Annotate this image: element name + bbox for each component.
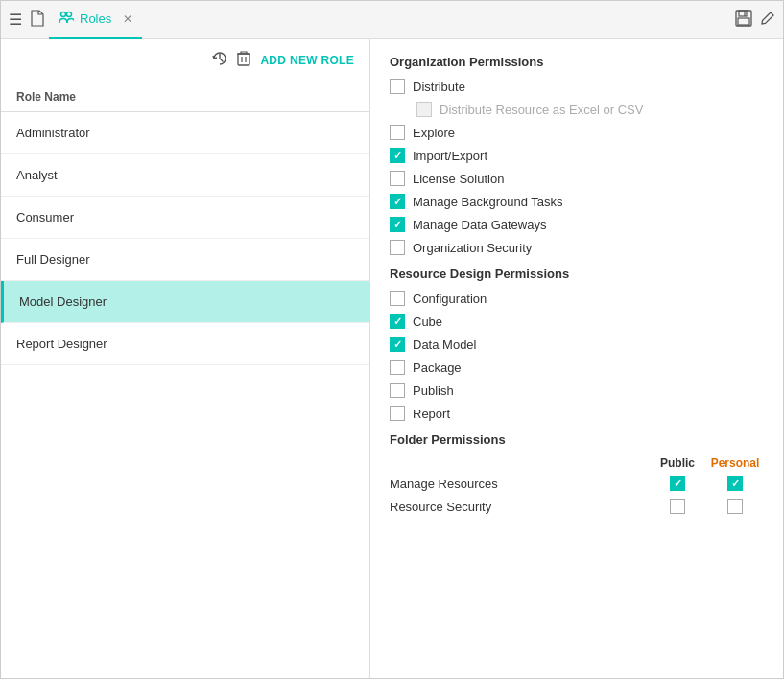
folder-column-headers: Public Personal (390, 457, 764, 470)
role-item-report-designer[interactable]: Report Designer (1, 323, 369, 365)
app-window: ☰ Roles ✕ (0, 0, 784, 679)
svg-rect-6 (238, 54, 249, 65)
perm-label-package: Package (413, 361, 462, 375)
folder-perm-row-resource-security: Resource Security (390, 499, 764, 514)
checkbox-data-model[interactable] (390, 337, 405, 352)
folder-checkbox-public-manage-resources[interactable] (670, 476, 685, 491)
roles-tab-label: Roles (80, 12, 111, 26)
perm-row-cube: Cube (390, 314, 764, 329)
folder-perm-public-cell-resource-security (649, 499, 706, 514)
right-panel: Organization Permissions DistributeDistr… (370, 39, 783, 678)
delete-icon[interactable] (237, 51, 250, 70)
svg-rect-3 (739, 11, 747, 16)
checkbox-report[interactable] (390, 406, 405, 421)
svg-rect-4 (738, 18, 749, 25)
perm-row-org-security: Organization Security (390, 240, 764, 255)
folder-perm-personal-cell-manage-resources (706, 476, 764, 491)
perm-label-cube: Cube (413, 315, 442, 329)
checkbox-distribute[interactable] (390, 79, 405, 94)
titlebar: ☰ Roles ✕ (1, 1, 783, 39)
svg-point-1 (67, 12, 72, 17)
perm-row-manage-background: Manage Background Tasks (390, 194, 764, 209)
perm-row-data-model: Data Model (390, 337, 764, 352)
folder-checkbox-public-resource-security[interactable] (670, 499, 685, 514)
folder-perm-public-cell-manage-resources (649, 476, 706, 491)
role-item-consumer[interactable]: Consumer (1, 197, 369, 239)
checkbox-cube[interactable] (390, 314, 405, 329)
perm-label-distribute: Distribute (413, 80, 465, 94)
edit-button[interactable] (760, 11, 775, 30)
tab-close-button[interactable]: ✕ (123, 12, 132, 26)
perm-row-configuration: Configuration (390, 291, 764, 306)
public-col-header: Public (649, 457, 706, 470)
folder-perm-personal-cell-resource-security (706, 499, 764, 514)
perm-row-explore: Explore (390, 125, 764, 140)
perm-row-report: Report (390, 406, 764, 421)
role-list: Role Name AdministratorAnalystConsumerFu… (1, 82, 369, 678)
perm-row-package: Package (390, 360, 764, 375)
roles-tab[interactable]: Roles ✕ (49, 1, 142, 39)
history-icon[interactable] (212, 51, 227, 70)
role-list-header: Role Name (1, 82, 369, 112)
perm-label-explore: Explore (413, 126, 455, 140)
save-button[interactable] (735, 10, 752, 31)
folder-perm-label-manage-resources: Manage Resources (390, 477, 649, 491)
perm-label-data-model: Data Model (413, 338, 476, 352)
role-item-full-designer[interactable]: Full Designer (1, 239, 369, 281)
main-content: ADD NEW ROLE Role Name AdministratorAnal… (1, 39, 783, 678)
checkbox-org-security[interactable] (390, 240, 405, 255)
role-item-administrator[interactable]: Administrator (1, 112, 369, 154)
resource-permissions-title: Resource Design Permissions (390, 267, 764, 281)
perm-row-distribute-resource: Distribute Resource as Excel or CSV (416, 102, 764, 117)
folder-permissions-title: Folder Permissions (390, 433, 764, 447)
menu-icon[interactable]: ☰ (9, 11, 22, 29)
add-new-role-button[interactable]: ADD NEW ROLE (260, 54, 354, 67)
checkbox-license-solution[interactable] (390, 171, 405, 186)
perm-label-import-export: Import/Export (413, 149, 487, 163)
perm-label-org-security: Organization Security (413, 241, 532, 255)
checkbox-manage-gateways[interactable] (390, 217, 405, 232)
checkbox-distribute-resource (416, 102, 432, 117)
checkbox-manage-background[interactable] (390, 194, 405, 209)
left-panel: ADD NEW ROLE Role Name AdministratorAnal… (1, 39, 370, 678)
perm-label-report: Report (413, 407, 450, 421)
role-item-analyst[interactable]: Analyst (1, 154, 369, 197)
checkbox-explore[interactable] (390, 125, 405, 140)
file-icon (30, 10, 45, 30)
perm-label-manage-background: Manage Background Tasks (413, 195, 563, 209)
perm-label-manage-gateways: Manage Data Gateways (413, 218, 546, 232)
personal-col-header: Personal (706, 457, 764, 470)
perm-row-distribute: Distribute (390, 79, 764, 94)
checkbox-configuration[interactable] (390, 291, 405, 306)
folder-checkbox-personal-manage-resources[interactable] (727, 476, 743, 491)
checkbox-publish[interactable] (390, 383, 405, 398)
perm-row-license-solution: License Solution (390, 171, 764, 186)
org-permissions-title: Organization Permissions (390, 55, 764, 69)
perm-label-license-solution: License Solution (413, 172, 504, 186)
folder-perm-row-manage-resources: Manage Resources (390, 476, 764, 491)
folder-perm-label-resource-security: Resource Security (390, 500, 649, 514)
role-item-model-designer[interactable]: Model Designer (1, 281, 369, 323)
perm-label-configuration: Configuration (413, 292, 487, 306)
perm-row-import-export: Import/Export (390, 148, 764, 163)
roles-tab-icon (59, 11, 74, 27)
perm-row-manage-gateways: Manage Data Gateways (390, 217, 764, 232)
perm-row-publish: Publish (390, 383, 764, 398)
folder-checkbox-personal-resource-security[interactable] (727, 499, 743, 514)
svg-point-0 (61, 12, 66, 17)
perm-label-distribute-resource: Distribute Resource as Excel or CSV (440, 103, 643, 117)
perm-label-publish: Publish (413, 384, 454, 398)
left-toolbar: ADD NEW ROLE (1, 39, 369, 82)
checkbox-import-export[interactable] (390, 148, 405, 163)
checkbox-package[interactable] (390, 360, 405, 375)
